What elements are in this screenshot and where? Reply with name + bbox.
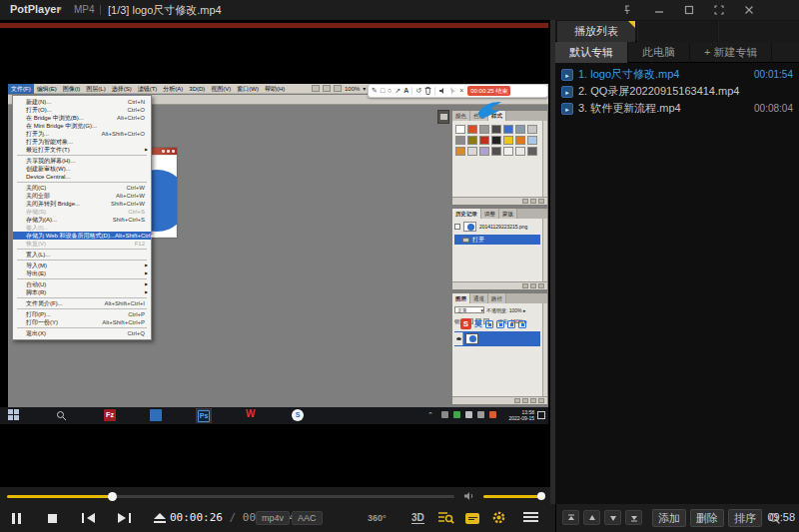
history-panel-footer [452, 281, 547, 289]
menu-item-label: 文件简介(F)... [26, 299, 63, 307]
panel-scrollbar [542, 121, 547, 197]
tab-playlist[interactable]: 播放列表 [557, 21, 635, 42]
menu-item-label: 打印(P)... [26, 310, 51, 318]
album-tab[interactable]: 默认专辑 [555, 42, 628, 63]
bridge-icon [312, 85, 320, 92]
panel-tab: 通道 [470, 293, 488, 303]
notification-center-icon [537, 411, 545, 419]
ps-layers-panel: 图层通道路径 正常▾ 不透明度: 100% ▸ 锁定: 填充: 100% ▸ [451, 292, 548, 405]
wps-icon: W [246, 408, 255, 419]
recording-timer-badge: 00:00:25 结束 [467, 86, 510, 96]
titlebar[interactable]: PotPlayer ▼ MP4 [1/3] logo尺寸修改.mp4 [0, 0, 799, 20]
playlist-item[interactable]: ▸ 1. logo尺寸修改.mp4 00:01:54 [555, 66, 799, 83]
ps-collapsed-dock [437, 110, 449, 124]
layer-thumbnail [465, 333, 478, 344]
delete-button[interactable]: 删除 [690, 509, 724, 527]
tab-slot-empty [637, 21, 717, 42]
seek-thumb[interactable] [108, 492, 117, 501]
ps-file-menu-item: 关闭全部 Alt+Ctrl+W ▶ [13, 192, 151, 200]
move-up-button[interactable] [583, 510, 600, 525]
fullscreen-button[interactable] [711, 3, 727, 17]
chevron-down-icon: ▼ [57, 6, 63, 12]
blend-mode-select: 正常▾ [454, 306, 484, 313]
stop-button[interactable] [38, 506, 66, 530]
menu-item-label: 创建新审核(W)... [26, 165, 71, 173]
maximize-button[interactable] [681, 3, 697, 17]
dropdown-arrow-icon: ▾ [363, 85, 366, 92]
playlist-item[interactable]: ▸ 2. QQ录屏20220915163414.mp4 [555, 83, 799, 100]
undo-icon: ↺ [415, 85, 421, 97]
style-swatch [515, 136, 525, 145]
pin-icon[interactable] [619, 3, 635, 17]
app-menu-button[interactable]: PotPlayer [10, 3, 61, 15]
video-frame: 文件(F)编辑(E)图像(I)图层(L)选择(S)滤镜(T)分析(A)3D(D)… [0, 23, 548, 424]
menu-item-shortcut: Ctrl+N [128, 98, 145, 106]
doc-close-icon [172, 150, 175, 153]
history-open-step: 打开 [454, 235, 540, 245]
browse-search-icon[interactable] [437, 510, 454, 525]
style-swatch [515, 125, 525, 134]
menu-item-label: 置入(L)... [26, 251, 50, 259]
subtitle-icon[interactable] [465, 513, 479, 524]
move-top-button[interactable] [562, 510, 579, 525]
ps-menu-item: 3D(D) [186, 84, 208, 94]
sort-button[interactable]: 排序 [728, 509, 762, 527]
style-swatch [527, 125, 537, 134]
ps-file-menu-item: ▶ [17, 278, 147, 279]
menu-item-label: 在 Bridge 中浏览(B)... [26, 114, 84, 122]
playlist-item-title: 1. logo尺寸修改.mp4 [578, 67, 749, 82]
menu-item-label: 在 Mini Bridge 中浏览(G)... [26, 122, 97, 130]
close-recorder-icon: × [459, 85, 463, 97]
menu-item-label: 存储(S) [26, 208, 46, 216]
close-button[interactable] [741, 3, 757, 17]
menu-hamburger-icon[interactable] [523, 512, 538, 522]
panel-scrollbar [542, 219, 547, 281]
move-down-button[interactable] [604, 510, 621, 525]
layers-panel-tabs: 图层通道路径 [452, 293, 547, 303]
video-360-button[interactable]: 360° [368, 513, 387, 523]
menu-item-shortcut: Shift+Ctrl+W [111, 200, 145, 208]
zoom-tool-icon [334, 85, 342, 92]
pause-button[interactable] [2, 506, 30, 530]
album-tab[interactable]: 此电脑 [628, 42, 690, 63]
ps-file-menu-item: 打印(P)... Ctrl+P ▶ [13, 310, 151, 318]
ps-file-menu-item: ▶ [17, 327, 147, 328]
ps-file-menu-item: 共享我的屏幕(H)... ▶ [13, 157, 151, 165]
playlist-item-duration: 00:01:54 [754, 69, 793, 80]
menu-item-label: 关闭并转到 Bridge... [26, 200, 80, 208]
browser-icon: S [292, 409, 304, 421]
video-3d-button[interactable]: 3D [411, 512, 424, 524]
media-file-icon: ▸ [561, 69, 573, 81]
menu-item-shortcut: Alt+Shift+Ctrl+S [115, 232, 158, 240]
move-bottom-button[interactable] [625, 510, 642, 525]
style-swatch [515, 147, 525, 156]
next-button[interactable] [110, 506, 138, 530]
volume-thumb[interactable] [537, 492, 545, 500]
menu-item-label: 签入(I)... [26, 224, 49, 232]
ps-file-menu-item: 存储(S) Ctrl+S ▶ [13, 208, 151, 216]
styles-panel-footer [452, 197, 547, 205]
menu-item-label: 打印一份(Y) [26, 318, 58, 326]
minimize-button[interactable] [651, 3, 667, 17]
video-display-area[interactable]: 文件(F)编辑(E)图像(I)图层(L)选择(S)滤镜(T)分析(A)3D(D)… [0, 20, 550, 487]
submenu-arrow-icon: ▶ [145, 146, 148, 154]
media-file-icon: ▸ [561, 86, 573, 98]
style-swatch [467, 125, 477, 134]
previous-button[interactable] [74, 506, 102, 530]
style-swatch [527, 147, 537, 156]
volume-bar[interactable] [483, 495, 543, 498]
ps-file-menu-item: ▶ [17, 249, 147, 250]
playlist-item[interactable]: ▸ 3. 软件更新流程.mp4 00:08:04 [555, 100, 799, 117]
tray-icon-3 [465, 411, 472, 418]
ps-file-menu-item: 在 Mini Bridge 中浏览(G)... ▶ [13, 122, 151, 130]
ps-file-menu-item: 关闭(C) Ctrl+W ▶ [13, 184, 151, 192]
album-tab[interactable]: + 新建专辑 [690, 42, 772, 63]
seek-bar[interactable] [7, 495, 454, 498]
menu-item-label: 导出(E) [26, 269, 46, 277]
volume-icon[interactable] [463, 491, 475, 501]
settings-gear-icon[interactable] [491, 510, 506, 525]
doc-maximize-icon [167, 150, 170, 153]
add-button[interactable]: 添加 [652, 509, 686, 527]
container-badge: MP4 [74, 4, 95, 15]
ps-menu-item: 滤镜(T) [135, 84, 161, 94]
